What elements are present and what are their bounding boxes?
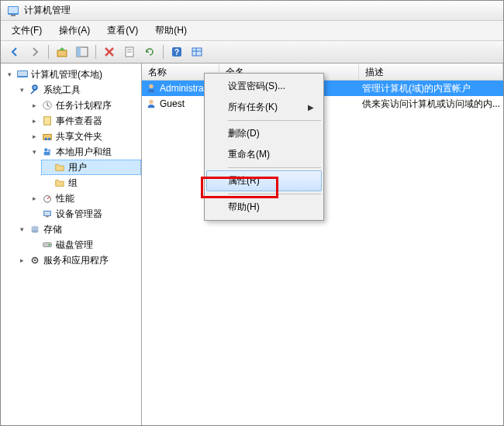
help-button[interactable]: ? (167, 43, 186, 60)
svg-rect-11 (192, 48, 202, 56)
tree-shared-folders[interactable]: ▸ 共享文件夹 (29, 129, 141, 144)
menubar: 文件(F) 操作(A) 查看(V) 帮助(H) (1, 21, 503, 41)
storage-icon (29, 223, 41, 235)
menu-separator (228, 167, 321, 168)
disk-icon (41, 239, 54, 251)
tree-root[interactable]: ▾ 计算机管理(本地) (4, 67, 141, 82)
tree-services-apps[interactable]: ▸ 服务和应用程序 (16, 253, 141, 268)
svg-rect-23 (44, 152, 50, 155)
tree-storage[interactable]: ▾ 存储 (16, 222, 141, 237)
tree-users[interactable]: · 用户 (41, 160, 141, 175)
export-list-button[interactable] (188, 43, 206, 60)
window-title: 计算机管理 (24, 4, 71, 17)
tree-label: 性能 (56, 191, 74, 205)
services-icon (29, 254, 41, 266)
menu-properties[interactable]: 属性(R) (206, 170, 322, 191)
cell-text: Guest (160, 98, 185, 109)
show-hide-tree-button[interactable] (73, 43, 91, 60)
expander-icon[interactable]: ▾ (18, 86, 26, 94)
tree-performance[interactable]: ▸ 性能 (29, 191, 141, 206)
tree-label: 用户 (68, 160, 87, 174)
tree-device-manager[interactable]: · 设备管理器 (29, 206, 141, 222)
content-area: ▾ 计算机管理(本地) ▾ 系统工具 (1, 64, 503, 426)
computer-mgmt-icon (16, 68, 29, 81)
svg-rect-25 (44, 211, 51, 216)
tree-disk-mgmt[interactable]: · 磁盘管理 (29, 237, 141, 253)
tree-event-viewer[interactable]: ▸ 事件查看器 (29, 113, 141, 129)
menu-help[interactable]: 帮助(H) (206, 197, 322, 218)
tree-label: 计算机管理(本地) (31, 67, 102, 81)
clock-icon (41, 99, 54, 112)
expander-icon[interactable]: ▸ (30, 132, 39, 141)
tree-task-scheduler[interactable]: ▸ 任务计划程序 (29, 98, 141, 113)
toolbar-separator (163, 45, 164, 59)
context-menu: 设置密码(S)... 所有任务(K) ▶ 删除(D) 重命名(M) 属性(R) (204, 73, 324, 221)
svg-rect-1 (9, 7, 18, 13)
svg-point-31 (48, 244, 50, 246)
tree-label: 本地用户和组 (56, 145, 112, 159)
user-icon (145, 82, 157, 94)
menu-label: 删除(D) (228, 127, 260, 140)
nav-back-button[interactable] (5, 43, 24, 60)
tree-label: 系统工具 (43, 83, 81, 97)
tree-label: 设备管理器 (56, 207, 102, 221)
menu-view[interactable]: 查看(V) (99, 22, 146, 39)
svg-rect-5 (77, 47, 81, 57)
tree-groups[interactable]: · 组 (41, 175, 141, 191)
expander-icon[interactable]: ▾ (5, 70, 14, 79)
svg-point-19 (45, 138, 48, 141)
submenu-arrow-icon: ▶ (308, 103, 314, 112)
menu-rename[interactable]: 重命名(M) (206, 144, 322, 165)
refresh-button[interactable] (140, 43, 159, 60)
svg-rect-26 (46, 216, 49, 218)
window-titlebar: 计算机管理 (1, 1, 503, 21)
shared-folder-icon (41, 130, 54, 143)
properties-button[interactable] (120, 43, 139, 60)
performance-icon (41, 192, 54, 204)
tools-icon (29, 84, 41, 96)
expander-icon[interactable]: ▸ (30, 117, 39, 125)
users-groups-icon (41, 146, 54, 158)
tree-label: 组 (68, 176, 78, 190)
menu-set-password[interactable]: 设置密码(S)... (206, 76, 322, 97)
column-desc[interactable]: 描述 (359, 64, 503, 80)
tree-local-users-groups[interactable]: ▾ 本地用户和组 (29, 144, 141, 160)
device-manager-icon (41, 208, 54, 220)
event-viewer-icon (41, 115, 54, 127)
tree-system-tools[interactable]: ▾ 系统工具 (16, 82, 141, 98)
tree-pane[interactable]: ▾ 计算机管理(本地) ▾ 系统工具 (1, 64, 142, 426)
menu-all-tasks[interactable]: 所有任务(K) ▶ (206, 97, 322, 118)
toolbar-separator (95, 45, 96, 59)
menu-action[interactable]: 操作(A) (51, 22, 98, 39)
expander-icon[interactable]: ▾ (18, 225, 26, 234)
expander-icon[interactable]: ▸ (18, 256, 26, 265)
menu-separator (228, 120, 321, 121)
svg-point-33 (34, 259, 36, 262)
folder-icon (54, 161, 66, 173)
list-pane: 名称 全名 描述 Administrat... 管理计算机(域)的内置帐户 G (142, 64, 503, 426)
menu-file[interactable]: 文件(F) (4, 22, 50, 39)
svg-point-29 (32, 230, 39, 233)
expander-icon[interactable]: ▾ (30, 148, 39, 156)
menu-label: 属性(R) (228, 174, 260, 187)
toolbar-separator (48, 45, 49, 59)
tree-label: 磁盘管理 (56, 238, 93, 252)
delete-button[interactable] (100, 43, 119, 60)
nav-forward-button[interactable] (26, 43, 44, 60)
svg-point-35 (149, 100, 153, 104)
svg-rect-2 (11, 15, 16, 16)
tree-label: 任务计划程序 (56, 98, 112, 112)
up-folder-button[interactable] (53, 43, 71, 60)
svg-point-22 (48, 149, 51, 153)
tree-label: 服务和应用程序 (43, 253, 109, 267)
menu-delete[interactable]: 删除(D) (206, 123, 322, 144)
menu-help[interactable]: 帮助(H) (147, 22, 195, 39)
svg-text:?: ? (174, 48, 179, 57)
expander-icon[interactable]: ▸ (30, 101, 39, 110)
expander-icon[interactable]: ▸ (30, 194, 39, 203)
menu-label: 帮助(H) (228, 201, 260, 214)
tree-label: 事件查看器 (56, 114, 102, 128)
toolbar: ? (1, 41, 503, 64)
folder-icon (54, 177, 66, 189)
app-icon (7, 5, 19, 17)
